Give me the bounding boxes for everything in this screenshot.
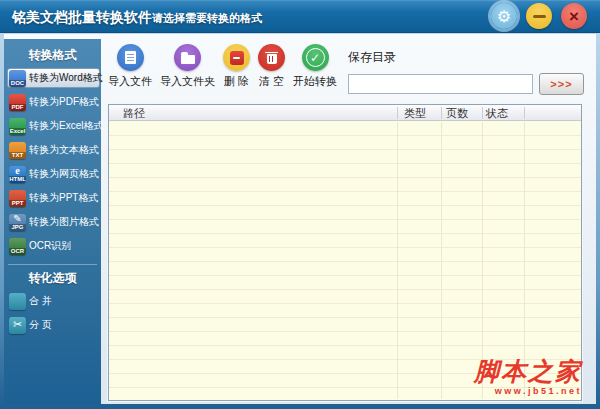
sidebar-item-label: 转换为文本格式 (29, 143, 99, 157)
watermark-title: 脚本之家 (474, 359, 582, 384)
start-convert-button[interactable]: ✓ 开始转换 (293, 44, 337, 89)
sidebar-item-label: 转换为网页格式 (29, 167, 99, 181)
sidebar-item-label: 分 页 (29, 318, 52, 332)
column-grid-line (397, 122, 398, 399)
ppt-icon: PPT (9, 190, 26, 207)
sidebar: 转换格式 DOC 转换为Word格式 PDF 转换为PDF格式 Excel 转换… (4, 39, 101, 404)
content-area: 转换格式 DOC 转换为Word格式 PDF 转换为PDF格式 Excel 转换… (4, 34, 596, 404)
sidebar-item-label: 转换为PPT格式 (29, 191, 98, 205)
ocr-icon: OCR (9, 238, 26, 255)
column-separator (482, 107, 483, 119)
settings-button[interactable]: ⚙ (491, 3, 517, 29)
title-bar: 铭美文档批量转换软件 请选择需要转换的格式 ⚙ × (0, 0, 600, 33)
table-header: 路径 类型 页数 状态 (109, 105, 581, 121)
toolbar: 导入文件 导入文件夹 删 除 清 空 ✓ 开始转换 (108, 44, 337, 89)
sidebar-item-excel[interactable]: Excel 转换为Excel格式 (8, 116, 100, 136)
sidebar-item-label: 转换为Excel格式 (29, 119, 103, 133)
sidebar-item-label: 转换为Word格式 (29, 71, 103, 85)
html-icon: eHTML (9, 166, 26, 183)
browse-button[interactable]: >>> (539, 73, 584, 95)
jpg-icon: ✎JPG (9, 214, 26, 231)
sidebar-item-label: 合 并 (29, 294, 52, 308)
sidebar-item-image[interactable]: ✎JPG 转换为图片格式 (8, 212, 100, 232)
column-header-status[interactable]: 状态 (486, 105, 508, 121)
app-title: 铭美文档批量转换软件 (12, 1, 152, 33)
app-subtitle: 请选择需要转换的格式 (152, 2, 262, 34)
close-icon: × (569, 8, 579, 25)
column-grid-line (441, 122, 442, 399)
close-button[interactable]: × (561, 3, 587, 29)
merge-icon (9, 293, 26, 310)
save-directory-input[interactable] (348, 74, 533, 94)
options-section-title: 转化选项 (4, 270, 101, 287)
main-panel: 导入文件 导入文件夹 删 除 清 空 ✓ 开始转换 (101, 34, 596, 404)
import-file-button[interactable]: 导入文件 (108, 44, 152, 89)
scissors-icon: ✂ (9, 317, 26, 334)
save-directory-label: 保存目录 (348, 49, 584, 66)
sidebar-item-word[interactable]: DOC 转换为Word格式 (7, 68, 100, 88)
watermark: 脚本之家 www.jb51.net (474, 359, 582, 396)
column-header-pages[interactable]: 页数 (446, 105, 468, 121)
delete-button[interactable]: 删 除 (223, 44, 250, 89)
import-folder-button[interactable]: 导入文件夹 (160, 44, 215, 89)
sidebar-item-label: OCR识别 (29, 239, 71, 253)
sidebar-item-ocr[interactable]: OCR OCR识别 (8, 236, 100, 256)
format-section-title: 转换格式 (4, 47, 101, 64)
sidebar-item-label: 转换为图片格式 (29, 215, 99, 229)
app-window: 铭美文档批量转换软件 请选择需要转换的格式 ⚙ × 转换格式 DOC 转换为Wo… (0, 0, 600, 409)
save-directory-panel: 保存目录 >>> (348, 49, 584, 95)
minimize-icon (533, 15, 546, 18)
watermark-url: www.jb51.net (474, 386, 582, 396)
sidebar-item-html[interactable]: eHTML 转换为网页格式 (8, 164, 100, 184)
column-separator (397, 107, 398, 119)
folder-icon (174, 44, 201, 71)
clear-button[interactable]: 清 空 (258, 44, 285, 89)
window-controls: ⚙ × (491, 3, 587, 29)
sidebar-item-split[interactable]: ✂ 分 页 (8, 315, 100, 335)
column-separator (524, 107, 525, 119)
trash-icon (258, 44, 285, 71)
sidebar-item-text[interactable]: TXT 转换为文本格式 (8, 140, 100, 160)
sidebar-item-label: 转换为PDF格式 (29, 95, 99, 109)
txt-icon: TXT (9, 142, 26, 159)
import-file-icon (117, 44, 144, 71)
column-separator (441, 107, 442, 119)
sidebar-item-merge[interactable]: 合 并 (8, 291, 100, 311)
sidebar-item-ppt[interactable]: PPT 转换为PPT格式 (8, 188, 100, 208)
gear-icon: ⚙ (497, 7, 511, 26)
check-icon: ✓ (302, 44, 329, 71)
doc-icon: DOC (9, 70, 26, 87)
excel-icon: Excel (9, 118, 26, 135)
pdf-icon: PDF (9, 94, 26, 111)
minimize-button[interactable] (526, 3, 552, 29)
delete-icon (223, 44, 250, 71)
column-header-path[interactable]: 路径 (123, 105, 145, 121)
sidebar-divider (8, 264, 97, 265)
column-header-type[interactable]: 类型 (404, 105, 426, 121)
sidebar-item-pdf[interactable]: PDF 转换为PDF格式 (8, 92, 100, 112)
